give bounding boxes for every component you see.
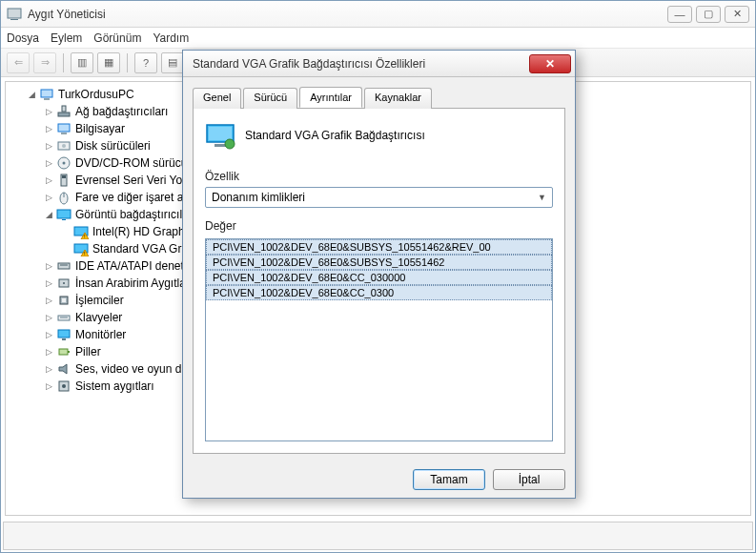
disk-icon [56,138,72,154]
tree-category-label: Ağ bağdaştırıcıları [75,105,168,118]
svg-rect-4 [58,113,70,116]
tab-resources[interactable]: Kaynaklar [364,88,432,109]
expand-icon[interactable]: ▷ [44,175,54,186]
monitor-icon [56,327,72,342]
maximize-button[interactable]: ▢ [696,6,721,23]
tree-blank [61,227,72,237]
show-hide-tree-button[interactable]: ▥ [71,52,93,73]
forward-button: ⇒ [33,52,56,73]
dialog-titlebar: Standard VGA Grafik Bağdaştırıcısı Özell… [183,51,575,77]
tab-panel-details: Standard VGA Grafik Bağdaştırıcısı Özell… [193,108,565,454]
toolbar-separator [63,53,64,72]
svg-rect-24 [58,263,70,269]
expand-icon[interactable]: ▷ [44,141,54,152]
expand-icon[interactable]: ▷ [44,158,54,169]
dialog-button-row: Tamam İptal [183,461,575,498]
tree-category-label: Görüntü bağdaştırıcıları [75,208,195,221]
display-adapter-warn-icon: ! [73,224,89,239]
titlebar: Aygıt Yöneticisi — ▢ ✕ [1,1,755,28]
menu-file[interactable]: Dosya [7,31,39,45]
value-listbox[interactable]: PCI\VEN_1002&DEV_68E0&SUBSYS_10551462&RE… [205,238,553,441]
svg-rect-7 [61,133,67,134]
display-adapter-icon [56,207,72,222]
svg-rect-16 [57,210,71,218]
properties-button[interactable]: ▦ [97,52,120,73]
tree-root-label: TurkOrdusuPC [58,88,134,101]
expand-icon[interactable]: ▷ [44,313,54,323]
computer-icon [39,87,54,102]
help-button[interactable]: ? [134,52,157,73]
cancel-button[interactable]: İptal [493,469,565,490]
svg-point-27 [63,282,65,284]
tab-details[interactable]: Ayrıntılar [299,87,362,108]
svg-rect-40 [215,144,226,147]
menu-action[interactable]: Eylem [51,31,82,45]
menubar: Dosya Eylem Görünüm Yardım [1,28,755,49]
svg-rect-2 [41,90,52,97]
list-item[interactable]: PCI\VEN_1002&DEV_68E0&SUBSYS_10551462 [206,255,552,270]
expand-icon[interactable]: ▷ [44,261,54,272]
tab-driver[interactable]: Sürücü [243,88,297,109]
svg-rect-35 [68,351,70,353]
tab-general[interactable]: Genel [193,88,241,109]
device-header: Standard VGA Grafik Bağdaştırıcısı [205,120,553,151]
refresh-button[interactable]: ▤ [161,52,184,73]
svg-point-38 [62,384,66,388]
tree-category-label: İşlemciler [75,294,124,307]
svg-point-42 [225,139,235,149]
window-title: Aygıt Yöneticisi [28,8,667,21]
ide-icon [56,258,72,274]
property-selected-value: Donanım kimlikleri [212,191,305,204]
expand-icon[interactable]: ▷ [44,347,54,358]
svg-rect-1 [10,19,18,20]
expand-icon[interactable]: ▷ [44,296,54,306]
toolbar-separator [127,53,128,72]
svg-rect-3 [44,98,50,100]
menu-help[interactable]: Yardım [153,31,189,45]
expand-icon[interactable]: ▷ [44,107,54,117]
expand-icon[interactable]: ▷ [44,193,54,203]
hid-icon [56,276,72,291]
minimize-button[interactable]: — [667,6,692,23]
collapse-icon[interactable]: ◢ [27,90,37,100]
collapse-icon[interactable]: ◢ [44,210,54,220]
list-item[interactable]: PCI\VEN_1002&DEV_68E0&SUBSYS_10551462&RE… [206,239,552,255]
tree-category-label: Sistem aygıtları [75,379,154,393]
svg-rect-0 [8,9,21,18]
svg-rect-34 [59,349,68,355]
expand-icon[interactable]: ▷ [44,364,54,375]
app-icon [7,7,22,22]
battery-icon [56,344,72,359]
expand-icon[interactable]: ▷ [44,330,54,340]
svg-rect-33 [62,338,66,340]
list-item[interactable]: PCI\VEN_1002&DEV_68E0&CC_030000 [206,270,552,285]
cpu-icon [56,293,72,308]
tree-category-label: Piller [75,345,101,358]
dialog-close-button[interactable]: ✕ [529,54,571,73]
expand-icon[interactable]: ▷ [44,381,54,392]
svg-rect-32 [58,330,70,338]
value-label: Değer [205,219,553,233]
tree-blank [61,244,72,255]
network-icon [56,104,72,119]
window-buttons: — ▢ ✕ [667,6,749,23]
menu-view[interactable]: Görünüm [93,31,141,45]
expand-icon[interactable]: ▷ [44,124,54,134]
svg-rect-17 [62,219,66,220]
chevron-down-icon: ▼ [538,193,546,202]
ok-button[interactable]: Tamam [413,469,485,490]
dialog-body: Genel Sürücü Ayrıntılar Kaynaklar Standa… [183,77,575,461]
property-combobox[interactable]: Donanım kimlikleri ▼ [205,187,553,208]
svg-point-9 [62,144,66,148]
svg-point-11 [63,162,66,165]
close-button[interactable]: ✕ [725,6,749,23]
svg-rect-41 [209,127,232,140]
tree-category-label: Disk sürücüleri [75,139,151,153]
list-item[interactable]: PCI\VEN_1002&DEV_68E0&CC_0300 [206,285,552,300]
expand-icon[interactable]: ▷ [44,278,54,289]
tree-category-label: Klavyeler [75,311,122,324]
computer-icon [56,121,72,136]
dialog-title: Standard VGA Grafik Bağdaştırıcısı Özell… [193,57,529,71]
sound-icon [56,361,72,377]
property-label: Özellik [205,170,553,183]
